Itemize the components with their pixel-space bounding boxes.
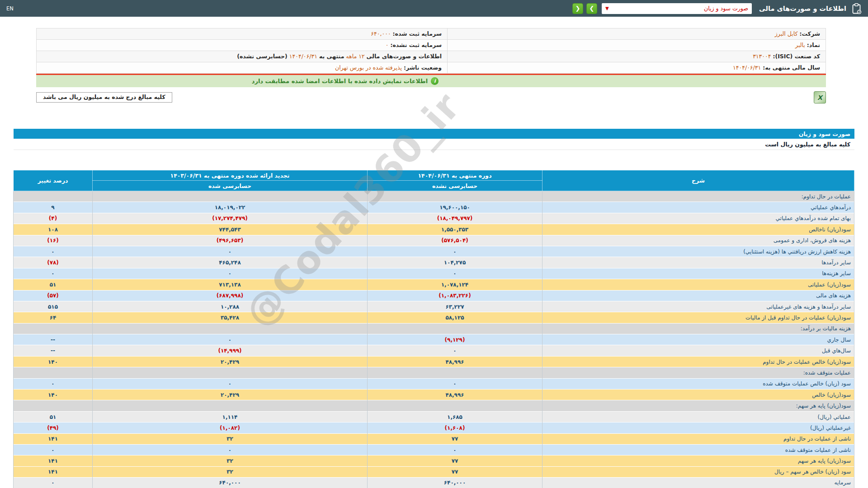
statement-select-value: صورت سود و زیان	[704, 5, 748, 12]
row-value: ۴۸,۹۹۶	[368, 389, 542, 400]
row-value: ۱۰۸	[14, 224, 93, 235]
row-value	[93, 323, 368, 334]
row-value	[368, 191, 542, 202]
row-value: ۶۴۰,۰۰۰	[93, 478, 368, 488]
row-label: ناشی از عملیات در حال تداوم	[542, 433, 854, 444]
table-row: سود(زیان) عملیات در حال تداوم قبل از مال…	[14, 312, 854, 323]
unregistered-capital-value: ۰	[386, 42, 389, 48]
isic-cell: کد صنعت (ISIC): ۳۱۳۰۰۴	[447, 51, 826, 62]
row-value: (۱۷,۲۷۴,۴۷۹)	[93, 213, 368, 224]
row-value	[368, 323, 542, 334]
row-value: ۱۴۱	[14, 466, 93, 477]
row-label: سایر هزینه‌ها	[542, 268, 854, 279]
row-value: ۳۲	[93, 433, 368, 444]
row-value: --	[14, 345, 93, 356]
table-row: سود(زیان) پایه هر سهم۷۷۳۲۱۴۱	[14, 455, 854, 466]
chevron-right-icon: ❯	[589, 5, 594, 12]
row-value: ۵۱۵	[14, 301, 93, 312]
language-switch-en[interactable]: EN	[6, 5, 14, 12]
row-value: ۰	[14, 268, 93, 279]
table-row: سایر درآمدها و هزینه های غیرعملیاتی۶۳,۲۲…	[14, 301, 854, 312]
company-name-value: کابل البرز	[775, 30, 798, 37]
row-value: ۲۰,۴۲۹	[93, 356, 368, 367]
table-row: سال‌هاي قبل۰(۱۴,۹۹۹)--	[14, 345, 854, 356]
row-label: سود(زیان) پایه هر سهم:	[542, 400, 854, 411]
table-row: سود(زیان) خالص عملیات در حال تداوم۴۸,۹۹۶…	[14, 356, 854, 367]
issuer-status-label: وضعیت ناشر:	[404, 64, 442, 71]
row-label: هزینه های مالی	[542, 290, 854, 301]
issuer-status-cell: وضعیت ناشر: پذیرفته شده در بورس تهران	[37, 62, 447, 73]
row-label: درآمدهاي عملياتي	[542, 202, 854, 213]
row-value	[93, 367, 368, 378]
table-row: سود(زیان) خالص۴۸,۹۹۶۲۰,۴۲۹۱۴۰	[14, 389, 854, 400]
next-statement-button[interactable]: ❯	[586, 3, 597, 14]
row-value: ۰	[14, 478, 93, 488]
chevron-left-icon: ❮	[575, 5, 580, 12]
table-row: سود (زیان) خالص عملیات متوقف شده۰۰۰	[14, 378, 854, 389]
table-row: هزینه های فروش، اداری و عمومی(۵۷۶,۵۰۴)(۴…	[14, 235, 854, 246]
row-value: ۵۸,۱۲۵	[368, 312, 542, 323]
row-value: ۹	[14, 202, 93, 213]
row-value: ۰	[93, 268, 368, 279]
row-value: ۱,۰۷۸,۱۲۴	[368, 279, 542, 290]
row-label: سود(زیان) ناخالص	[542, 224, 854, 235]
row-value: --	[14, 334, 93, 345]
row-label: هزینه مالیات بر درآمد:	[542, 323, 854, 334]
company-info-table: شرکت: کابل البرز سرمایه ثبت شده: ۶۴۰,۰۰۰…	[36, 28, 826, 74]
unregistered-capital-label: سرمایه ثبت نشده:	[390, 42, 442, 48]
row-value: ۳۵,۴۲۸	[93, 312, 368, 323]
row-value	[14, 400, 93, 411]
excel-export-icon[interactable]: X	[814, 91, 826, 103]
row-label: سال‌هاي قبل	[542, 345, 854, 356]
row-value	[368, 367, 542, 378]
note-row: X کلیه مبالغ درج شده به میلیون ریال می ب…	[36, 91, 826, 103]
fiscal-year-label: سال مالی منتهی به:	[763, 64, 820, 71]
signature-banner: i اطلاعات نمایش داده شده با اطلاعات امضا…	[36, 75, 826, 87]
row-value	[368, 400, 542, 411]
row-value	[93, 400, 368, 411]
col-header-change-percent: درصد تغییر	[14, 170, 93, 191]
row-label: ناشی از عملیات متوقف شده	[542, 444, 854, 455]
row-label: سایر درآمدها و هزینه های غیرعملیاتی	[542, 301, 854, 312]
company-info-row: نماد: بالبر سرمایه ثبت نشده: ۰	[37, 40, 826, 51]
clipboard-icon	[852, 3, 862, 14]
statement-section-bar: صورت سود و زیان	[14, 129, 854, 139]
prev-statement-button[interactable]: ❮	[572, 3, 583, 14]
row-label: سود (زیان) خالص هر سهم – ریال	[542, 466, 854, 477]
row-value: ۰	[368, 345, 542, 356]
row-value: ۰	[93, 334, 368, 345]
table-row: هزینه های مالی(۱,۰۸۳,۲۲۶)(۶۸۷,۹۹۸)(۵۷)	[14, 290, 854, 301]
statement-select[interactable]: صورت سود و زیان ▼	[602, 3, 752, 14]
company-info-row: سال مالی منتهی به: ۱۴۰۴/۰۶/۳۱ وضعیت ناشر…	[37, 62, 826, 73]
row-label: سود (زیان) خالص عملیات متوقف شده	[542, 378, 854, 389]
row-value	[14, 191, 93, 202]
row-label: سال جاري	[542, 334, 854, 345]
row-value: (۱۶)	[14, 235, 93, 246]
table-row: سود(زیان) عملیاتی۱,۰۷۸,۱۲۴۷۱۳,۱۳۸۵۱	[14, 279, 854, 290]
period-info-cell: اطلاعات و صورت‌های مالی ۱۲ ماهه منتهی به…	[37, 51, 447, 62]
unregistered-capital-cell: سرمایه ثبت نشده: ۰	[37, 40, 447, 51]
statement-unit-note: کلیه مبالغ به میلیون ریال است	[765, 141, 850, 148]
statement-unit-row: کلیه مبالغ به میلیون ریال است	[14, 139, 854, 150]
row-value: ۷۷	[368, 433, 542, 444]
row-label: سود(زیان) پایه هر سهم	[542, 455, 854, 466]
row-value: (۴)	[14, 213, 93, 224]
row-value: ۷۴۴,۵۴۳	[93, 224, 368, 235]
symbol-label: نماد:	[807, 42, 820, 48]
row-label: عملیاتي (ریال)	[542, 411, 854, 422]
issuer-status-value: پذیرفته شده در بورس تهران	[335, 64, 402, 71]
row-value: ۰	[93, 246, 368, 257]
row-label: عملیات متوقف شده:	[542, 367, 854, 378]
row-value: ۶۴	[14, 312, 93, 323]
row-value: ۴۶۵,۲۴۸	[93, 257, 368, 268]
row-value: (۵۷۶,۵۰۴)	[368, 235, 542, 246]
info-icon: i	[431, 77, 439, 85]
row-value: ۶۳,۲۲۷	[368, 301, 542, 312]
col-header-current-period: دوره منتهی به ۱۴۰۴/۰۶/۳۱	[368, 170, 542, 181]
row-value: (۴۹۶,۶۵۳)	[93, 235, 368, 246]
symbol-cell: نماد: بالبر	[447, 40, 826, 51]
row-label: هزینه کاهش ارزش دریافتني ها (هزینه استثن…	[542, 246, 854, 257]
row-value: ۵۱	[14, 279, 93, 290]
period-info-suffix: (حسابرسی نشده)	[237, 53, 288, 60]
period-info-date: ۱۴۰۴/۰۶/۳۱	[289, 53, 317, 60]
